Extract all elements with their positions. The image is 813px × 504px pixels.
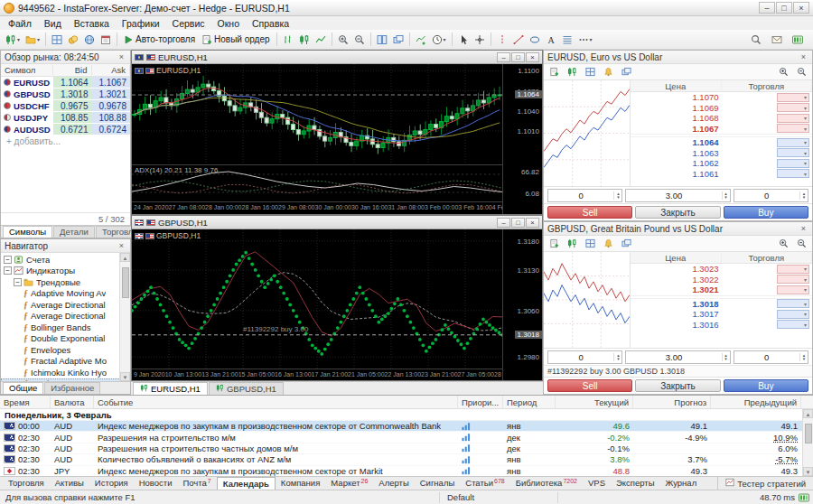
buy-button[interactable]: Buy: [724, 206, 808, 219]
window-maximize-button[interactable]: □: [776, 2, 792, 14]
new-order-button[interactable]: [547, 63, 562, 80]
new-order-button[interactable]: [547, 235, 562, 252]
indicators-add-button[interactable]: [413, 31, 429, 48]
text-tool-button[interactable]: A: [543, 31, 559, 48]
navigator-item[interactable]: ƒDouble Exponential: [1, 333, 130, 345]
scrollbar-thumb[interactable]: [805, 424, 812, 443]
price-cell[interactable]: 1.1063: [631, 148, 722, 158]
maximize-icon[interactable]: □: [511, 218, 525, 228]
navigator-tab-0[interactable]: Общие: [3, 382, 43, 394]
chart-mode-button[interactable]: [565, 235, 580, 252]
trade-dropdown[interactable]: ▾: [777, 275, 809, 284]
market-watch-row[interactable]: EURUSD1.10641.1067: [1, 77, 130, 89]
toolbox-tab-13[interactable]: Эксперты: [611, 477, 660, 490]
market-watch-row[interactable]: USDCHF0.96750.9678: [1, 100, 130, 112]
cursor-tool-button[interactable]: [455, 31, 472, 48]
toolbox-tab-14[interactable]: Журнал: [660, 477, 703, 490]
ask-value[interactable]: 0.6724: [92, 124, 131, 135]
calendar-row[interactable]: 02:30AUDКоличество объявлений о вакансия…: [0, 454, 813, 465]
trade-dropdown[interactable]: ▾: [777, 114, 809, 123]
chart-mode-button[interactable]: [565, 63, 580, 80]
market-watch-tab-0[interactable]: Символы: [3, 226, 52, 238]
status-profile[interactable]: Default: [440, 492, 557, 502]
spin-down-icon[interactable]: ▾: [614, 357, 621, 361]
calendar-row[interactable]: 00:00AUDИндекс менеджеров по закупкам в …: [0, 421, 813, 432]
zoom-in-button[interactable]: [776, 235, 791, 252]
ladder-row[interactable]: 1.1070▾: [631, 92, 812, 103]
window-titlebar[interactable]: 9449562 - InstaForex-Server: Демо-счет -…: [0, 0, 813, 16]
window-minimize-button[interactable]: –: [759, 2, 775, 14]
menu-item-2[interactable]: Вставка: [68, 18, 116, 29]
price-cell[interactable]: 1.1067: [631, 124, 722, 134]
gbpusd-price-scale[interactable]: 1.31801.31301.30601.29801.3018: [502, 229, 542, 380]
scroll-down-icon[interactable]: ▼: [120, 372, 130, 381]
new-chart-button[interactable]: ▾: [3, 31, 23, 48]
ladder-row[interactable]: 1.3022▾: [631, 275, 812, 285]
trade-dropdown[interactable]: ▾: [777, 320, 809, 329]
volume-stepper[interactable]: 3.00▴▾: [625, 350, 730, 364]
navigator-toggle-button[interactable]: [81, 31, 98, 48]
column-priority[interactable]: Приори...: [458, 396, 503, 408]
chart-tab-1[interactable]: GBPUSD,H1: [209, 382, 284, 395]
scroll-down-icon[interactable]: ▼: [803, 467, 813, 476]
toolbox-tab-7[interactable]: Маркет26: [325, 477, 373, 490]
vertical-line-tool-button[interactable]: [494, 31, 510, 48]
price-cell[interactable]: 1.1061: [631, 169, 722, 179]
close-icon[interactable]: ×: [526, 52, 539, 62]
auto-trading-button[interactable]: Авто-торговля: [120, 31, 199, 48]
ladder-row[interactable]: 1.1061▾: [631, 169, 812, 180]
close-position-button[interactable]: Закрыть: [635, 206, 720, 219]
chart-window-eurusd[interactable]: EURUSD,H1 – □ × EURUSD,H1 ADX(14) 20.21 …: [131, 50, 543, 215]
stop-loss-stepper-value[interactable]: 0: [548, 191, 613, 201]
close-icon[interactable]: ×: [526, 218, 539, 228]
price-cell[interactable]: 1.3022: [631, 275, 722, 285]
toolbox-tab-4[interactable]: Почта7: [177, 477, 216, 490]
menu-item-3[interactable]: Графики: [116, 18, 166, 29]
spin-down-icon[interactable]: ▾: [723, 357, 730, 361]
expander-icon[interactable]: −: [4, 256, 12, 264]
strategy-tester-tab[interactable]: Тестер стратегий: [717, 477, 813, 490]
column-symbol[interactable]: Символ: [1, 65, 53, 75]
calendar-scrollbar[interactable]: ▲ ▼: [802, 409, 813, 476]
ladder-row[interactable]: 1.1068▾: [631, 113, 812, 124]
navigator-item[interactable]: −Трендовые: [1, 276, 130, 288]
trade-dropdown[interactable]: ▾: [777, 285, 809, 294]
bid-value[interactable]: 108.85: [53, 112, 92, 123]
toolbox-tab-9[interactable]: Сигналы: [415, 477, 461, 490]
menu-item-6[interactable]: Справка: [246, 18, 295, 29]
toolbox-tab-2[interactable]: История: [89, 477, 134, 490]
minimize-icon[interactable]: –: [497, 52, 510, 62]
navigator-item[interactable]: −Счета: [1, 254, 130, 266]
popup-window-button[interactable]: [619, 235, 634, 252]
toolbox-tab-10[interactable]: Статьи678: [460, 477, 509, 490]
take-profit-stepper-value[interactable]: 0: [734, 352, 799, 362]
price-cell[interactable]: 1.3021: [631, 285, 722, 294]
toolbox-tab-3[interactable]: Новости: [134, 477, 178, 490]
window-close-button[interactable]: ×: [793, 2, 809, 14]
calendar-row[interactable]: 02:30AUDРазрешения на строительство м/мд…: [0, 432, 813, 443]
toolbox-tab-12[interactable]: VPS: [583, 477, 611, 490]
ladder-row[interactable]: 1.3016▾: [631, 320, 812, 331]
navigator-item[interactable]: ƒIchimoku Kinko Hyo: [1, 367, 130, 378]
column-bid[interactable]: Bid: [53, 65, 92, 75]
depth-of-market-button[interactable]: [583, 63, 598, 80]
close-position-button[interactable]: Закрыть: [635, 379, 720, 392]
trade-dropdown[interactable]: ▾: [777, 103, 809, 112]
navigator-item[interactable]: ƒFractal Adaptive Mo: [1, 356, 130, 368]
stop-loss-stepper[interactable]: 0▴▾: [547, 350, 622, 364]
shapes-tool-button[interactable]: [527, 31, 543, 48]
volume-stepper-value[interactable]: 3.00: [626, 352, 721, 362]
chart-bars-button[interactable]: [280, 31, 296, 48]
menu-item-5[interactable]: Окно: [211, 18, 246, 29]
spin-down-icon[interactable]: ▾: [800, 195, 808, 200]
close-icon[interactable]: ×: [117, 52, 126, 61]
tile-windows-button[interactable]: [374, 31, 390, 48]
bid-value[interactable]: 0.9675: [53, 100, 92, 111]
ask-value[interactable]: 1.3021: [92, 89, 131, 99]
depth-of-market-button[interactable]: [583, 235, 598, 252]
cascade-windows-button[interactable]: [390, 31, 406, 48]
take-profit-stepper-value[interactable]: 0: [734, 191, 799, 201]
market-watch-toggle-button[interactable]: [49, 31, 65, 48]
data-window-button[interactable]: [65, 31, 81, 48]
alerts-button[interactable]: [601, 63, 616, 80]
